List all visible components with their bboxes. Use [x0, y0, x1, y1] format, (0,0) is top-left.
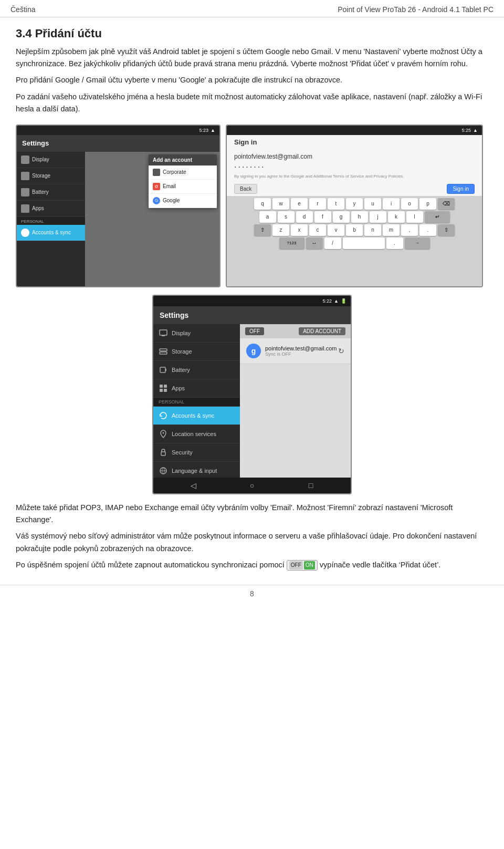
- ls-account-item[interactable]: g pointofview.test@gmail.com Sync is OFF…: [240, 338, 351, 364]
- svg-rect-5: [165, 369, 166, 371]
- ls-sidebar-accounts-sync[interactable]: Accounts & sync: [153, 407, 240, 425]
- key-l[interactable]: l: [406, 211, 423, 223]
- screenshot-settings-large: 5:22 ▲ 🔋 Settings Display: [152, 295, 352, 494]
- body-paragraph-1: Nejlepším způsobem jak plně využít váš A…: [16, 46, 488, 70]
- signin-password[interactable]: ········: [234, 162, 475, 172]
- sidebar-item-apps[interactable]: Apps: [17, 201, 85, 217]
- sign-in-button[interactable]: Sign in: [447, 184, 475, 194]
- key-period[interactable]: .: [419, 224, 436, 236]
- key-m[interactable]: m: [383, 224, 400, 236]
- body-paragraph-2: Pro přidání Google / Gmail účtu vyberte …: [16, 74, 488, 86]
- status-bar-right: 5:25 ▲: [227, 126, 482, 135]
- nav-home-button[interactable]: ○: [247, 480, 257, 491]
- key-a[interactable]: a: [259, 211, 276, 223]
- sidebar-label-battery: Battery: [32, 189, 49, 195]
- status-time-left: 5:23: [200, 128, 209, 133]
- key-w[interactable]: w: [272, 198, 289, 210]
- refresh-icon[interactable]: ↻: [338, 347, 344, 355]
- sidebar-item-accounts-sync[interactable]: Accounts & sync: [17, 225, 85, 241]
- svg-rect-6: [160, 385, 163, 388]
- apps-icon: [21, 204, 29, 213]
- key-y[interactable]: y: [346, 198, 363, 210]
- off-badge[interactable]: OFF: [245, 327, 264, 335]
- ls-storage-icon: [159, 347, 168, 356]
- account-sync-status: Sync is OFF: [265, 351, 337, 357]
- key-comma[interactable]: ,: [401, 224, 418, 236]
- key-enter[interactable]: ↵: [425, 211, 450, 223]
- back-button[interactable]: Back: [234, 184, 257, 194]
- page-footer: 8: [0, 585, 504, 602]
- key-i[interactable]: i: [383, 198, 400, 210]
- ls-title-bar: Settings: [153, 306, 351, 324]
- key-u[interactable]: u: [364, 198, 381, 210]
- battery-icon: [21, 188, 29, 196]
- key-x[interactable]: x: [291, 224, 308, 236]
- ls-sidebar-display[interactable]: Display: [153, 324, 240, 343]
- svg-rect-0: [160, 330, 167, 335]
- key-o[interactable]: o: [401, 198, 418, 210]
- signin-ui: 5:25 ▲ Sign in pointofview.test@gmail.co…: [227, 126, 482, 286]
- key-f[interactable]: f: [314, 211, 331, 223]
- key-q[interactable]: q: [254, 198, 271, 210]
- key-e[interactable]: e: [291, 198, 308, 210]
- key-s[interactable]: s: [278, 211, 295, 223]
- add-account-button[interactable]: ADD ACCOUNT: [299, 327, 345, 335]
- key-space[interactable]: [343, 237, 385, 249]
- svg-rect-11: [161, 452, 165, 455]
- key-123[interactable]: ?123: [279, 237, 304, 249]
- key-c[interactable]: c: [309, 224, 326, 236]
- key-b[interactable]: b: [346, 224, 363, 236]
- popup-item-corporate[interactable]: Corporate: [149, 165, 217, 180]
- key-shift-left[interactable]: ⇧: [254, 224, 271, 236]
- key-t[interactable]: t: [328, 198, 344, 210]
- ls-apps-icon: [159, 384, 168, 393]
- footer-paragraph-1: Můžete také přidat POP3, IMAP nebo Excha…: [16, 502, 488, 526]
- key-z[interactable]: z: [272, 224, 289, 236]
- popup-overlay: Add an account Corporate @ Email: [85, 152, 219, 286]
- ls-sidebar-battery[interactable]: Battery: [153, 361, 240, 379]
- corporate-icon: [153, 169, 160, 176]
- ls-sidebar-language[interactable]: Language & input: [153, 462, 240, 478]
- ls-label-accounts-sync: Accounts & sync: [172, 412, 214, 419]
- popup-item-google[interactable]: G Google: [149, 194, 217, 208]
- ls-sidebar-location[interactable]: Location services: [153, 425, 240, 443]
- ls-label-language: Language & input: [172, 468, 217, 474]
- sidebar-item-battery[interactable]: Battery: [17, 184, 85, 201]
- sidebar-item-display[interactable]: Display: [17, 152, 85, 168]
- popup-item-email[interactable]: @ Email: [149, 180, 217, 194]
- header-left: Čeština: [10, 5, 35, 14]
- key-slash[interactable]: /: [324, 237, 341, 249]
- key-backspace[interactable]: ⌫: [438, 198, 455, 210]
- key-n[interactable]: n: [364, 224, 381, 236]
- popup-title: Add an account: [149, 154, 217, 165]
- ls-sidebar-security[interactable]: Security: [153, 443, 240, 462]
- key-d[interactable]: d: [296, 211, 313, 223]
- key-r[interactable]: r: [309, 198, 326, 210]
- key-v[interactable]: v: [328, 224, 344, 236]
- nav-back-button[interactable]: ◁: [188, 480, 198, 491]
- key-k[interactable]: k: [388, 211, 405, 223]
- key-dot2[interactable]: .: [386, 237, 403, 249]
- kb-row-3: ⇧ z x c v b n m , . ⇧: [229, 224, 480, 236]
- key-g[interactable]: g: [333, 211, 350, 223]
- sidebar-item-storage[interactable]: Storage: [17, 168, 85, 184]
- keyboard: q w e r t y u i o p ⌫ a s: [227, 196, 482, 286]
- ls-sidebar-apps[interactable]: Apps: [153, 379, 240, 398]
- nav-recent-button[interactable]: □: [306, 480, 316, 491]
- key-j[interactable]: j: [370, 211, 386, 223]
- ls-section-personal: PERSONAL: [153, 398, 240, 407]
- signin-email[interactable]: pointofview.test@gmail.com: [234, 153, 475, 160]
- sidebar-label-apps: Apps: [32, 205, 44, 211]
- key-p[interactable]: p: [419, 198, 436, 210]
- sync-icon: [21, 229, 29, 237]
- key-switch[interactable]: ↔: [306, 237, 323, 249]
- screenshots-row-top: 5:23 ▲ Settings Display: [16, 125, 488, 287]
- ls-language-icon: [159, 466, 168, 475]
- ls-location-icon: [159, 429, 168, 439]
- key-shift-right[interactable]: ⇧: [438, 224, 455, 236]
- ls-sidebar-storage[interactable]: Storage: [153, 343, 240, 361]
- sidebar-label-display: Display: [32, 157, 49, 162]
- svg-rect-3: [160, 352, 167, 354]
- key-h[interactable]: h: [351, 211, 368, 223]
- key-go[interactable]: →: [405, 237, 430, 249]
